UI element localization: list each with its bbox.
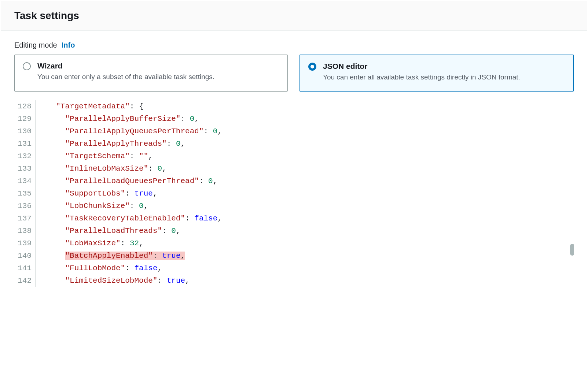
editing-mode-options: Wizard You can enter only a subset of th… bbox=[14, 55, 574, 92]
task-settings-panel: Task settings Editing mode Info Wizard Y… bbox=[1, 1, 587, 291]
panel-body: Editing mode Info Wizard You can enter o… bbox=[1, 31, 587, 291]
line-number: 132 bbox=[14, 150, 32, 163]
code-line[interactable]: "TargetSchema": "", bbox=[47, 150, 574, 163]
panel-header: Task settings bbox=[1, 1, 587, 31]
info-link[interactable]: Info bbox=[62, 41, 75, 49]
code-line[interactable]: "LobMaxSize": 32, bbox=[47, 237, 574, 250]
line-number: 134 bbox=[14, 175, 32, 187]
line-number: 141 bbox=[14, 262, 32, 275]
line-number: 129 bbox=[14, 113, 32, 125]
code-line[interactable]: "ParallelApplyBufferSize": 0, bbox=[47, 113, 574, 125]
line-number: 139 bbox=[14, 237, 32, 250]
code-line[interactable]: "TaskRecoveryTableEnabled": false, bbox=[47, 212, 574, 225]
line-number: 135 bbox=[14, 187, 32, 200]
line-number: 137 bbox=[14, 212, 32, 225]
line-number: 138 bbox=[14, 225, 32, 237]
code-line[interactable]: "TargetMetadata": { bbox=[47, 100, 574, 113]
line-number: 128 bbox=[14, 100, 32, 113]
code-line[interactable]: "ParallelApplyThreads": 0, bbox=[47, 138, 574, 150]
line-number: 142 bbox=[14, 275, 32, 287]
code-line[interactable]: "BatchApplyEnabled": true, bbox=[47, 250, 574, 262]
panel-title: Task settings bbox=[14, 10, 574, 22]
wizard-option[interactable]: Wizard You can enter only a subset of th… bbox=[14, 55, 288, 92]
line-number: 130 bbox=[14, 125, 32, 138]
line-number: 140 bbox=[14, 250, 32, 262]
line-number: 136 bbox=[14, 200, 32, 212]
editing-mode-label: Editing mode bbox=[14, 41, 57, 49]
wizard-option-content: Wizard You can enter only a subset of th… bbox=[37, 62, 279, 82]
code-line[interactable]: "FullLobMode": false, bbox=[47, 262, 574, 275]
radio-icon bbox=[308, 63, 316, 71]
line-number: 131 bbox=[14, 138, 32, 150]
json-editor-option-desc: You can enter all available task setting… bbox=[323, 72, 565, 83]
json-editor-option-title: JSON editor bbox=[323, 62, 565, 71]
scrollbar-thumb[interactable] bbox=[570, 244, 574, 256]
code-line[interactable]: "LobChunkSize": 0, bbox=[47, 200, 574, 212]
wizard-option-desc: You can enter only a subset of the avail… bbox=[37, 72, 279, 82]
code-line[interactable]: "SupportLobs": true, bbox=[47, 187, 574, 200]
code-line[interactable]: "LimitedSizeLobMode": true, bbox=[47, 275, 574, 287]
line-number-gutter: 1281291301311321331341351361371381391401… bbox=[14, 100, 36, 287]
code-line[interactable]: "ParallelLoadThreads": 0, bbox=[47, 225, 574, 237]
radio-icon bbox=[23, 62, 31, 70]
json-editor-option[interactable]: JSON editor You can enter all available … bbox=[299, 55, 574, 92]
line-number: 133 bbox=[14, 163, 32, 175]
code-line[interactable]: "ParallelLoadQueuesPerThread": 0, bbox=[47, 175, 574, 187]
code-line[interactable]: "InlineLobMaxSize": 0, bbox=[47, 163, 574, 175]
json-editor-option-content: JSON editor You can enter all available … bbox=[323, 62, 565, 83]
wizard-option-title: Wizard bbox=[37, 62, 279, 70]
code-content[interactable]: "TargetMetadata": { "ParallelApplyBuffer… bbox=[36, 100, 574, 287]
json-editor-area[interactable]: 1281291301311321331341351361371381391401… bbox=[14, 100, 574, 287]
editing-mode-row: Editing mode Info bbox=[14, 41, 574, 49]
code-line[interactable]: "ParallelApplyQueuesPerThread": 0, bbox=[47, 125, 574, 138]
